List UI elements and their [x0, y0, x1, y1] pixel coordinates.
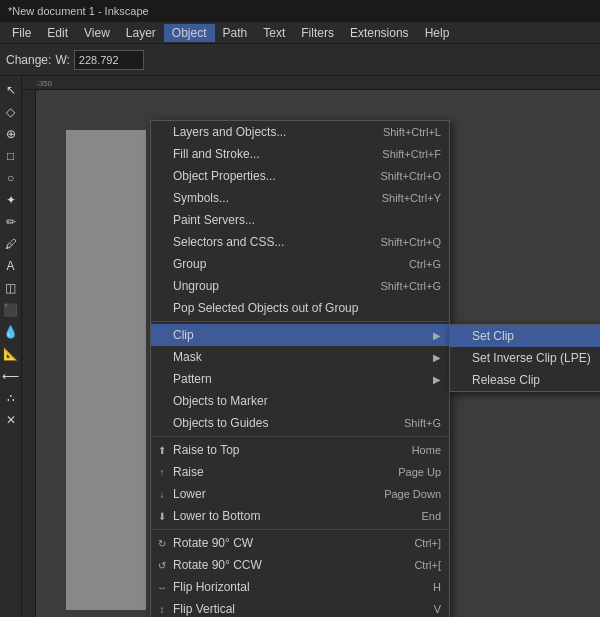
- fill-tool[interactable]: ⬛: [1, 300, 21, 320]
- menu-object[interactable]: Object: [164, 24, 215, 42]
- left-toolbar: ↖ ◇ ⊕ □ ○ ✦ ✏ 🖊 A ◫ ⬛ 💧 📐 ⟵ ∴ ✕: [0, 76, 22, 617]
- lower-icon: ↓: [155, 487, 169, 501]
- menu-file[interactable]: File: [4, 24, 39, 42]
- pencil-tool[interactable]: ✏: [1, 212, 21, 232]
- separator-2: [151, 436, 449, 437]
- rotate-cw-icon: ↻: [155, 536, 169, 550]
- w-label: W:: [55, 53, 69, 67]
- object-menu: Layers and Objects... Shift+Ctrl+L Fill …: [150, 120, 450, 617]
- flip-h-icon: ↔: [155, 580, 169, 594]
- menu-fill-stroke[interactable]: Fill and Stroke... Shift+Ctrl+F: [151, 143, 449, 165]
- menu-raise[interactable]: ↑ Raise Page Up: [151, 461, 449, 483]
- menu-symbols[interactable]: Symbols... Shift+Ctrl+Y: [151, 187, 449, 209]
- menu-lower-to-bottom[interactable]: ⬇ Lower to Bottom End: [151, 505, 449, 527]
- canvas-area: [66, 130, 146, 610]
- ruler-left: [22, 90, 36, 617]
- select-tool[interactable]: ↖: [1, 80, 21, 100]
- spray-tool[interactable]: ∴: [1, 388, 21, 408]
- menu-clip[interactable]: Clip ▶ Set Clip Set Inverse Clip (LPE) R…: [151, 324, 449, 346]
- zoom-tool[interactable]: ⊕: [1, 124, 21, 144]
- menu-pattern[interactable]: Pattern ▶: [151, 368, 449, 390]
- lower-to-bottom-icon: ⬇: [155, 509, 169, 523]
- main-layout: ↖ ◇ ⊕ □ ○ ✦ ✏ 🖊 A ◫ ⬛ 💧 📐 ⟵ ∴ ✕ -350: [0, 76, 600, 617]
- toolbar: Change: W:: [0, 44, 600, 76]
- menu-mask[interactable]: Mask ▶: [151, 346, 449, 368]
- object-dropdown: Layers and Objects... Shift+Ctrl+L Fill …: [150, 120, 450, 617]
- menu-ungroup[interactable]: Ungroup Shift+Ctrl+G: [151, 275, 449, 297]
- menu-layers-objects[interactable]: Layers and Objects... Shift+Ctrl+L: [151, 121, 449, 143]
- menu-lower[interactable]: ↓ Lower Page Down: [151, 483, 449, 505]
- rect-tool[interactable]: □: [1, 146, 21, 166]
- w-input[interactable]: [74, 50, 144, 70]
- menu-path[interactable]: Path: [215, 24, 256, 42]
- raise-to-top-icon: ⬆: [155, 443, 169, 457]
- ruler-tick: -350: [36, 79, 52, 88]
- dropper-tool[interactable]: 💧: [1, 322, 21, 342]
- menu-flip-vertical[interactable]: ↕ Flip Vertical V: [151, 598, 449, 617]
- pen-tool[interactable]: 🖊: [1, 234, 21, 254]
- menu-set-clip[interactable]: Set Clip: [450, 325, 600, 347]
- menu-edit[interactable]: Edit: [39, 24, 76, 42]
- clip-submenu: Set Clip Set Inverse Clip (LPE) Release …: [449, 324, 600, 392]
- menu-release-clip[interactable]: Release Clip: [450, 369, 600, 391]
- menu-selectors-css[interactable]: Selectors and CSS... Shift+Ctrl+Q: [151, 231, 449, 253]
- menu-text[interactable]: Text: [255, 24, 293, 42]
- separator-3: [151, 529, 449, 530]
- menu-flip-horizontal[interactable]: ↔ Flip Horizontal H: [151, 576, 449, 598]
- menu-group[interactable]: Group Ctrl+G: [151, 253, 449, 275]
- menu-extensions[interactable]: Extensions: [342, 24, 417, 42]
- flip-v-icon: ↕: [155, 602, 169, 616]
- title-bar: *New document 1 - Inkscape: [0, 0, 600, 22]
- menu-pop-selected[interactable]: Pop Selected Objects out of Group: [151, 297, 449, 319]
- menu-raise-to-top[interactable]: ⬆ Raise to Top Home: [151, 439, 449, 461]
- separator-1: [151, 321, 449, 322]
- measure-tool[interactable]: 📐: [1, 344, 21, 364]
- menu-help[interactable]: Help: [417, 24, 458, 42]
- menu-view[interactable]: View: [76, 24, 118, 42]
- menu-object-properties[interactable]: Object Properties... Shift+Ctrl+O: [151, 165, 449, 187]
- menu-objects-to-marker[interactable]: Objects to Marker: [151, 390, 449, 412]
- menu-layer[interactable]: Layer: [118, 24, 164, 42]
- menu-objects-to-guides[interactable]: Objects to Guides Shift+G: [151, 412, 449, 434]
- ruler-top: -350: [22, 76, 600, 90]
- change-label: Change:: [6, 53, 51, 67]
- rotate-ccw-icon: ↺: [155, 558, 169, 572]
- connector-tool[interactable]: ⟵: [1, 366, 21, 386]
- menu-filters[interactable]: Filters: [293, 24, 342, 42]
- node-tool[interactable]: ◇: [1, 102, 21, 122]
- menu-rotate-ccw[interactable]: ↺ Rotate 90° CCW Ctrl+[: [151, 554, 449, 576]
- menu-paint-servers[interactable]: Paint Servers...: [151, 209, 449, 231]
- eraser-tool[interactable]: ✕: [1, 410, 21, 430]
- raise-icon: ↑: [155, 465, 169, 479]
- star-tool[interactable]: ✦: [1, 190, 21, 210]
- ellipse-tool[interactable]: ○: [1, 168, 21, 188]
- text-tool[interactable]: A: [1, 256, 21, 276]
- title-text: *New document 1 - Inkscape: [8, 5, 149, 17]
- menu-bar: File Edit View Layer Object Path Text Fi…: [0, 22, 600, 44]
- menu-set-inverse-clip[interactable]: Set Inverse Clip (LPE): [450, 347, 600, 369]
- gradient-tool[interactable]: ◫: [1, 278, 21, 298]
- menu-rotate-cw[interactable]: ↻ Rotate 90° CW Ctrl+]: [151, 532, 449, 554]
